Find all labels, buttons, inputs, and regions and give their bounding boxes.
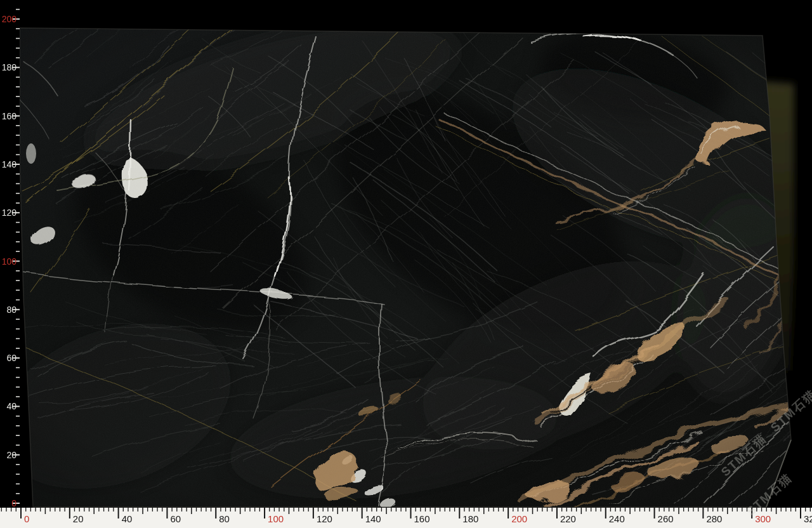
ruler-left-label: 160 [2, 111, 17, 121]
ruler-left-label: 60 [6, 353, 16, 363]
ruler-left-label: 180 [2, 62, 17, 72]
slab-photo: 200180160140120100806040200 020406080100… [0, 0, 812, 528]
ruler-left-label: 200 [2, 14, 17, 24]
ruler-bottom-label: 0 [24, 513, 29, 524]
ruler-left: 200180160140120100806040200 [0, 0, 20, 508]
ruler-bottom-label: 20 [73, 513, 84, 524]
ruler-bottom: 0204060801001201401601802002202402602803… [0, 508, 812, 528]
ruler-bottom-label: 160 [414, 513, 430, 524]
ruler-left-label: 40 [6, 401, 16, 411]
ruler-bottom-label: 300 [755, 513, 771, 524]
ruler-left-label: 20 [6, 450, 16, 460]
ruler-left-label: 120 [2, 208, 17, 218]
ruler-bottom-label: 280 [706, 513, 722, 524]
ruler-bottom-label: 200 [511, 513, 527, 524]
slab-scan-viewport: 200180160140120100806040200 020406080100… [0, 0, 812, 528]
ruler-left-label: 80 [6, 305, 16, 315]
vignette [13, 22, 799, 514]
ruler-bottom-label: 120 [317, 513, 332, 524]
ruler-left-label: 0 [11, 498, 16, 508]
ruler-left-label: 100 [2, 256, 17, 267]
ruler-bottom-label: 320 [804, 513, 812, 524]
ruler-bottom-label: 100 [268, 513, 284, 524]
slab-texture [0, 0, 812, 519]
ruler-left-label: 140 [2, 159, 17, 169]
ruler-bottom-label: 80 [219, 513, 230, 524]
ruler-bottom-label: 220 [560, 513, 576, 524]
ruler-bottom-label: 240 [609, 513, 625, 524]
ruler-bottom-label: 260 [658, 513, 674, 524]
ruler-bottom-label: 140 [365, 513, 381, 524]
ruler-bottom-label: 40 [122, 513, 133, 524]
ruler-bottom-label: 180 [462, 513, 478, 524]
ruler-bottom-label: 60 [170, 513, 181, 524]
